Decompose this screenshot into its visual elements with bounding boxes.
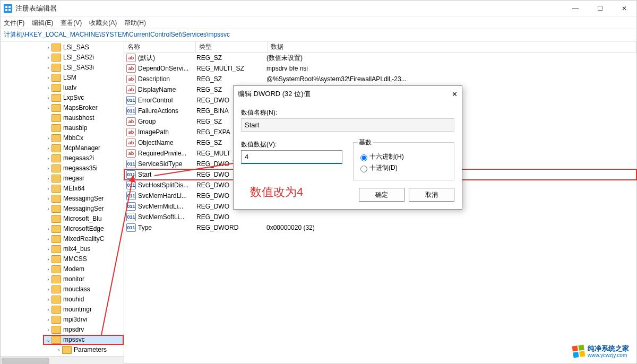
menu-edit[interactable]: 编辑(E) xyxy=(32,19,53,28)
chevron-icon[interactable]: › xyxy=(45,274,51,284)
tree-item[interactable]: ›LSI_SAS2i xyxy=(45,53,124,63)
chevron-icon[interactable]: › xyxy=(45,305,51,315)
chevron-icon[interactable]: › xyxy=(45,53,51,63)
horizontal-scrollbar[interactable] xyxy=(1,356,124,364)
chevron-icon[interactable]: › xyxy=(45,234,51,244)
value-data: 0x00000020 (32) xyxy=(264,224,636,231)
close-button[interactable]: ✕ xyxy=(612,1,636,16)
ok-button[interactable]: 确定 xyxy=(359,188,404,202)
column-name[interactable]: 名称 xyxy=(124,41,196,52)
chevron-icon[interactable]: › xyxy=(45,264,51,274)
value-row[interactable]: 011SvcMemSoftLi...REG_DWO xyxy=(124,212,636,222)
value-data: @%SystemRoot%\system32\FirewallAPI.dll,-… xyxy=(264,75,636,83)
chevron-icon[interactable]: › xyxy=(45,103,51,113)
value-type: REG_SZ xyxy=(194,75,264,83)
column-type[interactable]: 类型 xyxy=(196,41,268,52)
value-data-input[interactable] xyxy=(241,150,342,164)
chevron-icon[interactable]: › xyxy=(45,153,51,163)
chevron-icon[interactable]: › xyxy=(45,224,51,234)
menu-help[interactable]: 帮助(H) xyxy=(124,19,146,28)
tree-item[interactable]: Microsoft_Blu xyxy=(45,214,124,224)
chevron-icon[interactable]: › xyxy=(45,63,51,73)
address-bar[interactable]: 计算机\HKEY_LOCAL_MACHINE\SYSTEM\CurrentCon… xyxy=(1,29,636,41)
dialog-close-button[interactable]: ✕ xyxy=(452,90,458,98)
tree-item[interactable]: ›LSI_SAS3i xyxy=(45,63,124,73)
svg-rect-3 xyxy=(8,9,11,11)
value-row[interactable]: abDescriptionREG_SZ@%SystemRoot%\system3… xyxy=(124,74,636,84)
tree-item[interactable]: ›mouhid xyxy=(45,294,124,305)
minimize-button[interactable]: — xyxy=(563,1,588,16)
chevron-icon[interactable]: › xyxy=(45,194,51,204)
tree-item[interactable]: mausbip xyxy=(45,123,124,133)
tree-item[interactable]: ›MessagingSer xyxy=(45,194,124,204)
tree-item[interactable]: ›megasr xyxy=(45,174,124,184)
tree-item[interactable]: ›megasas2i xyxy=(45,153,124,163)
chevron-icon[interactable]: › xyxy=(45,204,51,214)
cancel-button[interactable]: 取消 xyxy=(409,188,454,202)
svg-rect-2 xyxy=(5,9,7,11)
menu-favorites[interactable]: 收藏夹(A) xyxy=(89,19,117,28)
tree-item[interactable]: ⌄mpssvc xyxy=(43,335,124,345)
tree-item[interactable]: ›luafv xyxy=(45,83,124,93)
chevron-icon[interactable]: › xyxy=(45,325,51,335)
tree-item[interactable]: ›LSI_SAS xyxy=(45,42,124,53)
chevron-icon[interactable]: › xyxy=(56,345,62,355)
folder-icon xyxy=(51,74,61,82)
radio-hex[interactable] xyxy=(360,154,367,161)
chevron-icon[interactable]: › xyxy=(45,143,51,153)
chevron-icon[interactable]: › xyxy=(45,93,51,103)
folder-icon xyxy=(51,114,61,122)
value-row[interactable]: ab(默认)REG_SZ(数值未设置) xyxy=(124,53,636,63)
chevron-icon[interactable]: › xyxy=(45,174,51,184)
tree-item[interactable]: ›mlx4_bus xyxy=(45,244,124,254)
tree-item[interactable]: ›MapsBroker xyxy=(45,103,124,113)
tree-item[interactable]: mausbhost xyxy=(45,113,124,123)
chevron-icon[interactable]: › xyxy=(45,133,51,143)
chevron-icon[interactable]: › xyxy=(45,315,51,325)
column-data[interactable]: 数据 xyxy=(268,41,636,52)
maximize-button[interactable]: ☐ xyxy=(588,1,612,16)
tree-label: mausbip xyxy=(63,123,87,133)
value-row[interactable]: abDependOnServi...REG_MULTI_SZmpsdrv bfe… xyxy=(124,63,636,74)
tree-item[interactable]: ›MicrosoftEdge xyxy=(45,224,124,234)
dword-icon: 011 xyxy=(126,170,136,179)
tree-label: MessagingSer xyxy=(63,194,104,204)
tree-item[interactable]: ›MixedRealityC xyxy=(45,234,124,244)
tree-item[interactable]: ›MEIx64 xyxy=(45,184,124,194)
chevron-icon[interactable]: › xyxy=(45,254,51,264)
tree-label: McpManager xyxy=(63,143,100,153)
tree-item[interactable]: ›Parameters xyxy=(45,345,124,355)
tree-item[interactable]: ›mouclass xyxy=(45,284,124,294)
tree-panel[interactable]: ›LSI_SAS›LSI_SAS2i›LSI_SAS3i›LSM›luafv›L… xyxy=(1,41,124,364)
chevron-icon[interactable]: › xyxy=(45,184,51,194)
watermark: 纯净系统之家 www.ycwzjy.com xyxy=(573,345,629,358)
folder-icon xyxy=(51,285,61,293)
chevron-icon[interactable]: › xyxy=(45,42,51,53)
chevron-icon[interactable]: › xyxy=(45,163,51,174)
value-row[interactable]: 011TypeREG_DWORD0x00000020 (32) xyxy=(124,222,636,233)
menubar: 文件(F) 编辑(E) 查看(V) 收藏夹(A) 帮助(H) xyxy=(1,17,636,29)
radio-dec[interactable] xyxy=(360,166,367,172)
tree-item[interactable]: ›LxpSvc xyxy=(45,93,124,103)
chevron-icon[interactable]: › xyxy=(45,284,51,294)
chevron-icon[interactable]: › xyxy=(45,83,51,93)
tree-item[interactable]: ›mpi3drvi xyxy=(45,315,124,325)
value-name: (默认) xyxy=(138,54,155,63)
tree-item[interactable]: ›monitor xyxy=(45,274,124,284)
chevron-icon[interactable]: ⌄ xyxy=(45,335,51,345)
chevron-icon[interactable]: › xyxy=(45,73,51,83)
tree-item[interactable]: ›mountmgr xyxy=(45,305,124,315)
value-name: SvcMemSoftLi... xyxy=(138,213,184,221)
tree-item[interactable]: ›MbbCx xyxy=(45,133,124,143)
tree-item[interactable]: ›LSM xyxy=(45,73,124,83)
menu-view[interactable]: 查看(V) xyxy=(61,19,82,28)
tree-item[interactable]: ›megasas35i xyxy=(45,163,124,174)
tree-item[interactable]: ›Modem xyxy=(45,264,124,274)
tree-item[interactable]: ›mpsdrv xyxy=(45,325,124,335)
chevron-icon[interactable]: › xyxy=(45,294,51,305)
tree-item[interactable]: ›McpManager xyxy=(45,143,124,153)
tree-item[interactable]: ›MMCSS xyxy=(45,254,124,264)
menu-file[interactable]: 文件(F) xyxy=(4,19,24,28)
tree-item[interactable]: ›MessagingSer xyxy=(45,204,124,214)
chevron-icon[interactable]: › xyxy=(45,244,51,254)
